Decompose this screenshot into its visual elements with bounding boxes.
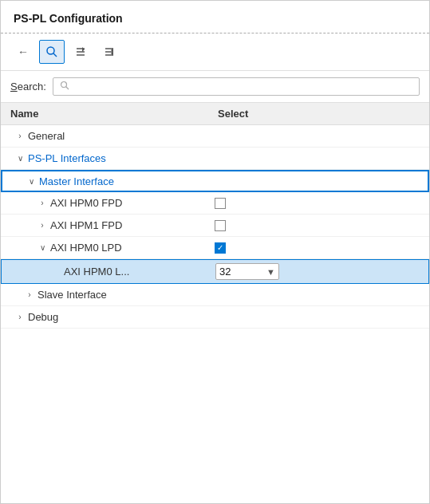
tree-cell-name-hpm0-l: AXI HPM0 L... — [2, 262, 209, 282]
panel: PS-PL Configuration ← — [0, 0, 430, 504]
dropdown-value: 32 — [219, 266, 231, 278]
tree-cell-name-hpm1-fpd: › AXI HPM1 FPD — [1, 216, 208, 235]
tree-row-master-interface[interactable]: ∨ Master Interface — [1, 170, 429, 192]
label-hpm0-l: AXI HPM0 L... — [64, 266, 129, 278]
expand-hpm0-fpd[interactable]: › — [36, 197, 49, 210]
tree-cell-name-ps-pl: ∨ PS-PL Interfaces — [1, 149, 208, 168]
tree-row-debug[interactable]: › Debug — [1, 306, 429, 329]
label-hpm0-lpd: AXI HPM0 LPD — [50, 242, 122, 254]
checkbox-hpm0-lpd[interactable] — [215, 242, 226, 254]
expand-hpm1-fpd[interactable]: › — [36, 219, 49, 232]
checkbox-hpm1-fpd[interactable] — [215, 220, 226, 231]
filter1-icon — [74, 45, 87, 58]
expand-debug[interactable]: › — [14, 311, 26, 324]
tree-row-hpm0-l[interactable]: AXI HPM0 L... 32 ▼ — [1, 259, 429, 284]
col-name-header: Name — [1, 103, 208, 124]
label-master: Master Interface — [39, 175, 114, 187]
tree-cell-select-master — [210, 178, 428, 184]
svg-line-12 — [65, 87, 69, 90]
svg-marker-5 — [82, 47, 85, 52]
table-header: Name Select — [1, 103, 429, 125]
tree-row-general[interactable]: › General — [1, 125, 429, 148]
label-hpm1-fpd: AXI HPM1 FPD — [50, 219, 122, 231]
tree-row-hpm0-lpd[interactable]: ∨ AXI HPM0 LPD — [1, 237, 429, 259]
label-general: General — [28, 130, 65, 142]
tree-cell-name-debug: › Debug — [1, 308, 208, 327]
search-icon — [45, 45, 58, 58]
search-row: Search: — [1, 71, 429, 103]
tree-cell-name-slave: › Slave Interface — [1, 285, 208, 305]
tree-cell-name-hpm0-fpd: › AXI HPM0 FPD — [1, 194, 208, 213]
svg-point-11 — [61, 82, 66, 88]
dropdown-arrow-icon: ▼ — [266, 267, 275, 277]
search-toggle-button[interactable] — [39, 40, 65, 64]
tree-container: Name Select › General ∨ PS-PL Interfaces — [1, 103, 429, 329]
dropdown-hpm0-l[interactable]: 32 ▼ — [215, 263, 279, 280]
tree-cell-select-general — [208, 133, 429, 140]
tree-cell-select-debug — [208, 314, 429, 321]
tree-cell-select-ps-pl — [208, 156, 429, 162]
search-input-icon — [60, 81, 69, 93]
search-input[interactable] — [73, 81, 412, 93]
panel-title: PS-PL Configuration — [1, 1, 429, 33]
tree-row-hpm1-fpd[interactable]: › AXI HPM1 FPD — [1, 215, 429, 237]
expand-ps-pl[interactable]: ∨ — [14, 152, 26, 165]
label-hpm0-fpd: AXI HPM0 FPD — [50, 197, 122, 209]
filter2-icon — [103, 45, 116, 58]
checkbox-hpm0-fpd[interactable] — [215, 198, 226, 209]
tree-cell-select-hpm1-fpd[interactable] — [208, 217, 429, 234]
filter-button-2[interactable] — [97, 40, 122, 64]
tree-cell-select-hpm0-lpd[interactable] — [208, 239, 429, 257]
svg-point-0 — [47, 47, 54, 54]
search-label: Search: — [10, 81, 46, 93]
tree-cell-name-general: › General — [1, 127, 208, 146]
label-slave: Slave Interface — [37, 289, 107, 301]
label-ps-pl: PS-PL Interfaces — [28, 152, 106, 164]
search-input-wrap[interactable] — [53, 77, 420, 96]
tree-cell-name-master: ∨ Master Interface — [2, 171, 210, 191]
toolbar: ← — [1, 33, 429, 71]
expand-hpm0-lpd[interactable]: ∨ — [36, 242, 49, 254]
tree-cell-select-slave — [208, 292, 429, 298]
tree-row-slave-interface[interactable]: › Slave Interface — [1, 284, 429, 306]
tree-cell-name-hpm0-lpd: ∨ AXI HPM0 LPD — [1, 238, 208, 258]
expand-general[interactable]: › — [14, 130, 26, 143]
expand-master[interactable]: ∨ — [25, 175, 37, 187]
label-debug: Debug — [28, 311, 58, 323]
svg-line-1 — [53, 53, 57, 57]
expand-slave[interactable]: › — [23, 289, 36, 301]
back-button[interactable]: ← — [10, 40, 36, 64]
tree-cell-select-hpm0-l[interactable]: 32 ▼ — [209, 260, 428, 283]
filter-button-1[interactable] — [68, 40, 93, 64]
col-select-header: Select — [208, 103, 429, 124]
tree-row-hpm0-fpd[interactable]: › AXI HPM0 FPD — [1, 192, 429, 215]
tree-cell-select-hpm0-fpd[interactable] — [208, 195, 429, 212]
tree-row-ps-pl-interfaces[interactable]: ∨ PS-PL Interfaces — [1, 148, 429, 170]
